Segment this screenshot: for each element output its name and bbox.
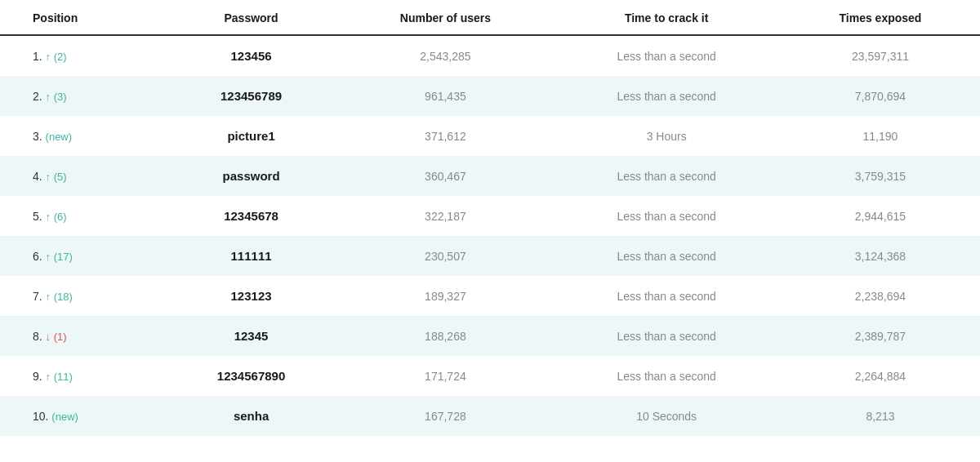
exposed-cell: 8,213 — [781, 396, 980, 436]
change-label: (17) — [54, 251, 73, 263]
exposed-cell: 11,190 — [781, 116, 980, 156]
position-number: 1. — [33, 50, 46, 63]
change-label: (11) — [54, 371, 73, 383]
position-cell: 5. ↑ (6) — [0, 196, 164, 236]
password-cell: 1234567890 — [164, 356, 339, 396]
password-cell: 12345678 — [164, 196, 339, 236]
position-cell: 3. (new) — [0, 116, 164, 156]
users-cell: 360,467 — [338, 156, 552, 196]
time-cell: 10 Seconds — [552, 396, 781, 436]
arrow-up-icon: ↑ — [46, 51, 54, 63]
password-cell: password — [164, 156, 339, 196]
users-cell: 2,543,285 — [338, 35, 552, 76]
time-cell: Less than a second — [552, 236, 781, 276]
change-label: (18) — [54, 291, 73, 303]
password-cell: 111111 — [164, 236, 339, 276]
table-row: 4. ↑ (5)password360,467Less than a secon… — [0, 156, 980, 196]
position-number: 7. — [33, 290, 46, 303]
change-new-label: (new) — [51, 411, 78, 423]
position-cell: 10. (new) — [0, 396, 164, 436]
users-cell: 189,327 — [338, 276, 552, 316]
position-number: 6. — [33, 250, 46, 263]
position-cell: 2. ↑ (3) — [0, 76, 164, 116]
header-password: Password — [164, 0, 339, 35]
table-row: 2. ↑ (3)123456789961,435Less than a seco… — [0, 76, 980, 116]
table-row: 9. ↑ (11)1234567890171,724Less than a se… — [0, 356, 980, 396]
exposed-cell: 2,944,615 — [781, 196, 980, 236]
header-position: Position — [0, 0, 164, 35]
users-cell: 322,187 — [338, 196, 552, 236]
change-label: (1) — [54, 331, 67, 343]
position-number: 4. — [33, 170, 46, 183]
arrow-up-icon: ↑ — [46, 91, 54, 103]
time-cell: 3 Hours — [552, 116, 781, 156]
exposed-cell: 2,264,884 — [781, 356, 980, 396]
position-number: 3. — [33, 130, 46, 143]
position-number: 10. — [33, 410, 51, 423]
password-cell: 123123 — [164, 276, 339, 316]
time-cell: Less than a second — [552, 356, 781, 396]
exposed-cell: 3,124,368 — [781, 236, 980, 276]
header-times-exposed: Times exposed — [781, 0, 980, 35]
position-cell: 9. ↑ (11) — [0, 356, 164, 396]
users-cell: 961,435 — [338, 76, 552, 116]
password-cell: 123456789 — [164, 76, 339, 116]
time-cell: Less than a second — [552, 76, 781, 116]
time-cell: Less than a second — [552, 276, 781, 316]
users-cell: 371,612 — [338, 116, 552, 156]
exposed-cell: 23,597,311 — [781, 35, 980, 76]
users-cell: 230,507 — [338, 236, 552, 276]
change-new-label: (new) — [46, 131, 73, 143]
change-label: (2) — [54, 51, 67, 63]
password-cell: 123456 — [164, 35, 339, 76]
position-number: 9. — [33, 370, 46, 383]
password-table: Position Password Number of users Time t… — [0, 0, 980, 436]
main-table-container: Position Password Number of users Time t… — [0, 0, 980, 436]
table-row: 8. ↓ (1)12345188,268Less than a second2,… — [0, 316, 980, 356]
position-cell: 6. ↑ (17) — [0, 236, 164, 276]
exposed-cell: 2,389,787 — [781, 316, 980, 356]
table-header-row: Position Password Number of users Time t… — [0, 0, 980, 35]
table-row: 6. ↑ (17)111111230,507Less than a second… — [0, 236, 980, 276]
position-cell: 4. ↑ (5) — [0, 156, 164, 196]
arrow-down-icon: ↓ — [46, 331, 54, 343]
position-cell: 8. ↓ (1) — [0, 316, 164, 356]
table-row: 1. ↑ (2)1234562,543,285Less than a secon… — [0, 35, 980, 76]
exposed-cell: 3,759,315 — [781, 156, 980, 196]
arrow-up-icon: ↑ — [46, 211, 54, 223]
time-cell: Less than a second — [552, 316, 781, 356]
arrow-up-icon: ↑ — [46, 251, 54, 263]
exposed-cell: 2,238,694 — [781, 276, 980, 316]
table-row: 3. (new)picture1371,6123 Hours11,190 — [0, 116, 980, 156]
position-number: 8. — [33, 330, 46, 343]
users-cell: 167,728 — [338, 396, 552, 436]
header-time-to-crack: Time to crack it — [552, 0, 781, 35]
arrow-up-icon: ↑ — [46, 371, 54, 383]
header-number-of-users: Number of users — [338, 0, 552, 35]
exposed-cell: 7,870,694 — [781, 76, 980, 116]
table-row: 10. (new)senha167,72810 Seconds8,213 — [0, 396, 980, 436]
users-cell: 171,724 — [338, 356, 552, 396]
position-number: 2. — [33, 90, 46, 103]
position-number: 5. — [33, 210, 46, 223]
time-cell: Less than a second — [552, 156, 781, 196]
arrow-up-icon: ↑ — [46, 291, 54, 303]
password-cell: 12345 — [164, 316, 339, 356]
users-cell: 188,268 — [338, 316, 552, 356]
position-cell: 7. ↑ (18) — [0, 276, 164, 316]
arrow-up-icon: ↑ — [46, 171, 54, 183]
position-cell: 1. ↑ (2) — [0, 35, 164, 76]
change-label: (5) — [54, 171, 67, 183]
table-row: 5. ↑ (6)12345678322,187Less than a secon… — [0, 196, 980, 236]
password-cell: senha — [164, 396, 339, 436]
change-label: (6) — [54, 211, 67, 223]
time-cell: Less than a second — [552, 196, 781, 236]
change-label: (3) — [54, 91, 67, 103]
time-cell: Less than a second — [552, 35, 781, 76]
password-cell: picture1 — [164, 116, 339, 156]
table-row: 7. ↑ (18)123123189,327Less than a second… — [0, 276, 980, 316]
